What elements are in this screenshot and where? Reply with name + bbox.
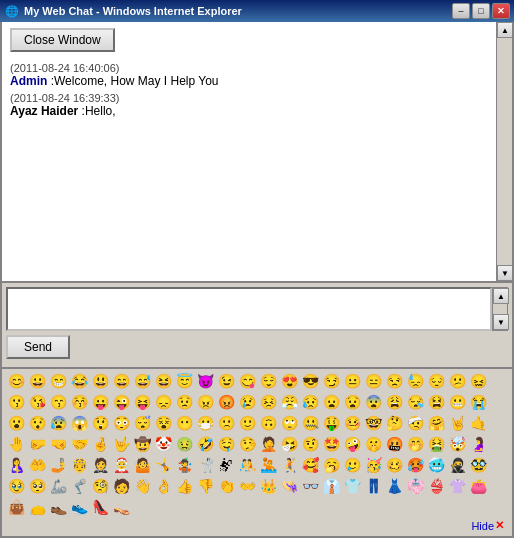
emoji-item[interactable]: 👘 bbox=[405, 476, 425, 496]
emoji-item[interactable]: 👙 bbox=[426, 476, 446, 496]
emoji-item[interactable]: 😞 bbox=[153, 392, 173, 412]
emoji-item[interactable]: 🙄 bbox=[279, 413, 299, 433]
emoji-item[interactable]: 😜 bbox=[111, 392, 131, 412]
emoji-item[interactable]: 🤯 bbox=[447, 434, 467, 454]
emoji-item[interactable]: 😈 bbox=[195, 371, 215, 391]
emoji-item[interactable]: 😕 bbox=[447, 371, 467, 391]
emoji-item[interactable]: 🥶 bbox=[426, 455, 446, 475]
emoji-item[interactable]: 🤴 bbox=[69, 455, 89, 475]
emoji-item[interactable]: 😰 bbox=[48, 413, 68, 433]
emoji-item[interactable]: 🤰 bbox=[468, 434, 488, 454]
emoji-item[interactable]: 😢 bbox=[237, 392, 257, 412]
emoji-item[interactable]: 👓 bbox=[300, 476, 320, 496]
emoji-item[interactable]: 😉 bbox=[216, 371, 236, 391]
emoji-item[interactable]: 🥺 bbox=[27, 476, 47, 496]
emoji-item[interactable]: 👑 bbox=[258, 476, 278, 496]
emoji-item[interactable]: 😑 bbox=[363, 371, 383, 391]
send-button[interactable]: Send bbox=[6, 335, 70, 359]
emoji-item[interactable]: 🤲 bbox=[27, 455, 47, 475]
emoji-item[interactable]: 🤫 bbox=[363, 434, 383, 454]
emoji-item[interactable]: 🤢 bbox=[174, 434, 194, 454]
emoji-item[interactable]: 👡 bbox=[111, 497, 131, 517]
emoji-item[interactable]: 😪 bbox=[405, 392, 425, 412]
emoji-item[interactable]: 🤶 bbox=[111, 455, 131, 475]
emoji-item[interactable]: 👟 bbox=[69, 497, 89, 517]
scroll-down-button[interactable]: ▼ bbox=[497, 265, 512, 281]
emoji-item[interactable]: 🤤 bbox=[216, 434, 236, 454]
emoji-item[interactable]: 😋 bbox=[237, 371, 257, 391]
emoji-item[interactable]: 👝 bbox=[27, 497, 47, 517]
emoji-item[interactable]: 🤾 bbox=[279, 455, 299, 475]
emoji-item[interactable]: 😔 bbox=[426, 371, 446, 391]
emoji-item[interactable]: 👐 bbox=[237, 476, 257, 496]
emoji-item[interactable]: 🤵 bbox=[90, 455, 110, 475]
emoji-item[interactable]: 😠 bbox=[195, 392, 215, 412]
emoji-item[interactable]: 😎 bbox=[300, 371, 320, 391]
emoji-item[interactable]: 😫 bbox=[426, 392, 446, 412]
emoji-item[interactable]: 😌 bbox=[258, 371, 278, 391]
emoji-item[interactable]: 👋 bbox=[132, 476, 152, 496]
emoji-item[interactable]: 🦾 bbox=[48, 476, 68, 496]
emoji-item[interactable]: 😄 bbox=[111, 371, 131, 391]
emoji-item[interactable]: 🙂 bbox=[237, 413, 257, 433]
emoji-item[interactable]: 😗 bbox=[6, 392, 26, 412]
emoji-item[interactable]: 🧑 bbox=[111, 476, 131, 496]
emoji-item[interactable]: 😛 bbox=[90, 392, 110, 412]
emoji-item[interactable]: 😷 bbox=[195, 413, 215, 433]
emoji-item[interactable]: 🤘 bbox=[447, 413, 467, 433]
emoji-item[interactable]: 😐 bbox=[342, 371, 362, 391]
emoji-item[interactable]: 🤳 bbox=[48, 455, 68, 475]
emoji-item[interactable]: 🤭 bbox=[405, 434, 425, 454]
emoji-item[interactable]: 😂 bbox=[69, 371, 89, 391]
emoji-item[interactable]: 🥹 bbox=[6, 476, 26, 496]
emoji-item[interactable]: 👖 bbox=[363, 476, 383, 496]
emoji-item[interactable]: 🤽 bbox=[258, 455, 278, 475]
emoji-item[interactable]: 👛 bbox=[468, 476, 488, 496]
emoji-item[interactable]: 👗 bbox=[384, 476, 404, 496]
emoji-item[interactable]: 🤡 bbox=[153, 434, 173, 454]
input-scrollbar[interactable]: ▲ ▼ bbox=[492, 287, 508, 331]
emoji-item[interactable]: 😴 bbox=[132, 413, 152, 433]
input-scroll-up[interactable]: ▲ bbox=[493, 288, 509, 304]
emoji-item[interactable]: 🦿 bbox=[69, 476, 89, 496]
emoji-item[interactable]: 👞 bbox=[48, 497, 68, 517]
emoji-item[interactable]: 😳 bbox=[111, 413, 131, 433]
emoji-item[interactable]: 🙃 bbox=[258, 413, 278, 433]
emoji-item[interactable]: 😅 bbox=[132, 371, 152, 391]
emoji-item[interactable]: 😭 bbox=[468, 392, 488, 412]
emoji-item[interactable]: 🤗 bbox=[426, 413, 446, 433]
emoji-item[interactable]: 👠 bbox=[90, 497, 110, 517]
emoji-item[interactable]: 🥳 bbox=[363, 455, 383, 475]
emoji-item[interactable]: 🤟 bbox=[111, 434, 131, 454]
emoji-item[interactable]: 🤝 bbox=[69, 434, 89, 454]
emoji-item[interactable]: 😦 bbox=[321, 392, 341, 412]
emoji-item[interactable]: 🥸 bbox=[468, 455, 488, 475]
emoji-item[interactable]: 🥱 bbox=[321, 455, 341, 475]
emoji-item[interactable]: 😙 bbox=[48, 392, 68, 412]
emoji-item[interactable]: 😩 bbox=[384, 392, 404, 412]
emoji-item[interactable]: 👚 bbox=[447, 476, 467, 496]
emoji-item[interactable]: 🤷 bbox=[132, 455, 152, 475]
title-bar-buttons[interactable]: – □ ✕ bbox=[452, 3, 510, 19]
emoji-item[interactable]: 👍 bbox=[174, 476, 194, 496]
emoji-item[interactable]: 😀 bbox=[27, 371, 47, 391]
emoji-item[interactable]: 😃 bbox=[90, 371, 110, 391]
hide-link[interactable]: Hide✕ bbox=[471, 519, 504, 532]
emoji-item[interactable]: 😝 bbox=[132, 392, 152, 412]
emoji-item[interactable]: 😓 bbox=[405, 371, 425, 391]
emoji-item[interactable]: 😇 bbox=[174, 371, 194, 391]
emoji-item[interactable]: 🥲 bbox=[342, 455, 362, 475]
emoji-item[interactable]: 🤻 bbox=[216, 455, 236, 475]
emoji-item[interactable]: 🥵 bbox=[405, 455, 425, 475]
emoji-item[interactable]: 😊 bbox=[6, 371, 26, 391]
emoji-item[interactable]: 🤩 bbox=[321, 434, 341, 454]
emoji-item[interactable]: 🤐 bbox=[300, 413, 320, 433]
emoji-item[interactable]: 😤 bbox=[279, 392, 299, 412]
emoji-item[interactable]: 🤑 bbox=[321, 413, 341, 433]
emoji-item[interactable]: 🤥 bbox=[237, 434, 257, 454]
emoji-item[interactable]: 😬 bbox=[447, 392, 467, 412]
emoji-item[interactable]: 🤒 bbox=[342, 413, 362, 433]
chat-scrollbar[interactable]: ▲ ▼ bbox=[496, 22, 512, 281]
restore-button[interactable]: □ bbox=[472, 3, 490, 19]
emoji-item[interactable]: 😡 bbox=[216, 392, 236, 412]
